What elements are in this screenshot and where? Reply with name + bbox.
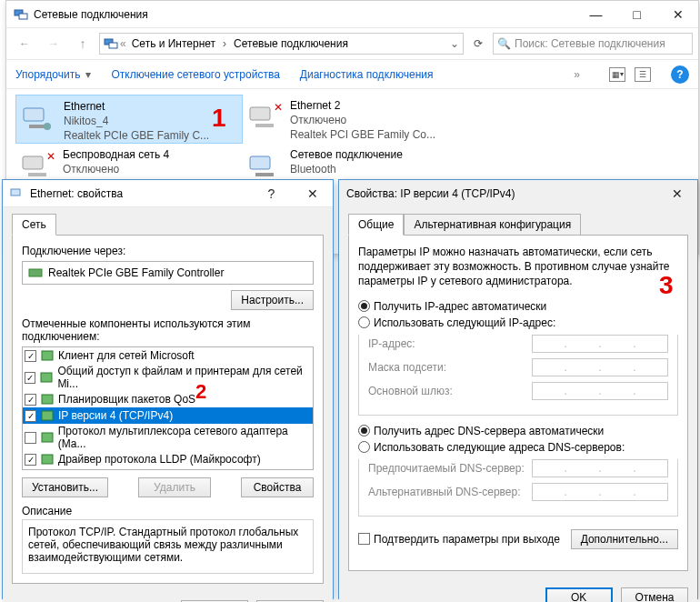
tab-general[interactable]: Общие xyxy=(348,214,404,236)
explorer-titlebar: Сетевые подключения — □ ✕ xyxy=(6,1,698,28)
ethernet-icon: ✕ xyxy=(246,98,283,135)
svg-rect-7 xyxy=(250,107,270,120)
component-label: Протокол мультиплексора сетевого адаптер… xyxy=(58,425,311,450)
checkbox-icon[interactable] xyxy=(25,432,36,444)
list-item[interactable]: Клиент для сетей Microsoft xyxy=(23,347,313,364)
chevron-right-icon xyxy=(221,37,228,50)
svg-rect-19 xyxy=(42,395,53,404)
up-button[interactable]: ↑ xyxy=(70,31,95,56)
component-label: Планировщик пакетов QoS xyxy=(58,393,195,406)
radio-icon xyxy=(358,316,370,328)
tab-alternative[interactable]: Альтернативная конфигурация xyxy=(404,214,581,236)
view-large-icon[interactable]: ▦▾ xyxy=(609,67,625,82)
refresh-button[interactable]: ⟳ xyxy=(467,34,489,54)
radio-ip-auto[interactable]: Получить IP-адрес автоматически xyxy=(358,300,678,313)
maximize-button[interactable]: □ xyxy=(616,1,657,28)
radio-icon xyxy=(358,300,370,312)
bluetooth-icon xyxy=(246,147,283,184)
advanced-button[interactable]: Дополнительно... xyxy=(571,529,678,549)
close-button[interactable]: ✕ xyxy=(656,180,697,207)
connection-item-ethernet[interactable]: Ethernet Nikitos_4 Realtek PCIe GBE Fami… xyxy=(15,95,243,144)
component-label: IP версии 6 (TCP/IPv6) xyxy=(58,469,173,470)
list-item[interactable]: Протокол мультиплексора сетевого адаптер… xyxy=(23,424,313,451)
breadcrumb[interactable]: Сеть и Интернет xyxy=(128,35,219,52)
svg-rect-20 xyxy=(42,411,53,420)
ipv4-properties-dialog: Свойства: IP версии 4 (TCP/IPv4) ✕ Общие… xyxy=(338,179,698,599)
eprops-title: Ethernet: свойства xyxy=(30,187,251,200)
checkbox-icon[interactable] xyxy=(25,454,36,466)
component-icon xyxy=(40,430,55,445)
gateway-field: ... xyxy=(532,382,668,400)
wifi-icon: ✕ xyxy=(19,147,55,184)
ipv4-titlebar: Свойства: IP версии 4 (TCP/IPv4) ✕ xyxy=(339,180,697,207)
breadcrumb[interactable]: Сетевые подключения xyxy=(230,35,352,52)
list-item[interactable]: IP версии 6 (TCP/IPv6) xyxy=(23,467,313,470)
svg-text:✕: ✕ xyxy=(46,150,55,163)
help-button[interactable]: ? xyxy=(671,65,689,84)
chevron-down-icon[interactable]: ⌄ xyxy=(450,37,459,50)
components-listbox[interactable]: Клиент для сетей MicrosoftОбщий доступ к… xyxy=(22,346,314,470)
svg-rect-18 xyxy=(41,373,52,382)
network-icon xyxy=(104,36,118,51)
close-button[interactable]: ✕ xyxy=(657,1,698,28)
checkbox-icon[interactable] xyxy=(25,372,35,384)
svg-rect-22 xyxy=(42,455,53,464)
validate-checkbox[interactable]: Подтвердить параметры при выходе xyxy=(358,533,560,546)
svg-rect-8 xyxy=(255,124,274,127)
help-button[interactable]: ? xyxy=(251,180,292,207)
address-bar[interactable]: « Сеть и Интернет Сетевые подключения ⌄ xyxy=(99,33,464,55)
radio-dns-auto[interactable]: Получить адрес DNS-сервера автоматически xyxy=(358,425,678,437)
list-item[interactable]: Общий доступ к файлам и принтерам для се… xyxy=(23,364,313,391)
checkbox-icon[interactable] xyxy=(25,394,36,406)
checkbox-icon[interactable] xyxy=(25,410,36,422)
disable-device-button[interactable]: Отключение сетевого устройства xyxy=(111,68,279,81)
description-label: Описание xyxy=(22,505,314,517)
properties-button[interactable]: Свойства xyxy=(241,477,314,497)
search-icon: 🔍 xyxy=(497,37,511,50)
svg-rect-21 xyxy=(42,433,53,442)
checkbox-icon[interactable] xyxy=(25,350,36,362)
back-button[interactable]: ← xyxy=(12,31,37,56)
component-icon xyxy=(40,348,55,363)
connection-item-ethernet2[interactable]: ✕ Ethernet 2 Отключено Realtek PCI GBE F… xyxy=(243,95,470,144)
component-icon xyxy=(40,408,55,423)
list-item[interactable]: Планировщик пакетов QoS xyxy=(23,391,313,407)
tab-network[interactable]: Сеть xyxy=(12,214,56,236)
component-label: Клиент для сетей Microsoft xyxy=(58,349,195,362)
explorer-navbar: ← → ↑ « Сеть и Интернет Сетевые подключе… xyxy=(6,28,698,60)
chevron-right-icon: » xyxy=(574,68,580,81)
radio-icon xyxy=(358,425,370,436)
ipv4-intro: Параметры IP можно назначать автоматичес… xyxy=(358,245,678,289)
radio-dns-manual[interactable]: Использовать следующие адреса DNS-сервер… xyxy=(358,441,678,454)
component-label: Драйвер протокола LLDP (Майкрософт) xyxy=(58,453,261,466)
ok-button[interactable]: OK xyxy=(545,587,613,602)
configure-button[interactable]: Настроить... xyxy=(231,290,314,310)
adapter-field[interactable]: Realtek PCIe GBE Family Controller xyxy=(22,261,314,285)
search-input[interactable]: 🔍 Поиск: Сетевые подключения xyxy=(493,33,693,55)
component-icon xyxy=(40,452,55,467)
list-item[interactable]: Драйвер протокола LLDP (Майкрософт) xyxy=(23,451,313,467)
nic-icon xyxy=(28,266,43,280)
view-details-icon[interactable]: ☰ xyxy=(635,67,651,82)
svg-rect-16 xyxy=(29,269,42,276)
list-item[interactable]: IP версии 4 (TCP/IPv4) xyxy=(23,407,313,424)
svg-point-6 xyxy=(44,123,51,130)
install-button[interactable]: Установить... xyxy=(22,477,108,497)
svg-rect-17 xyxy=(42,351,53,360)
explorer-title: Сетевые подключения xyxy=(34,8,575,21)
preferred-dns-field: ... xyxy=(532,459,668,477)
organize-menu[interactable]: Упорядочить xyxy=(15,68,80,81)
svg-rect-10 xyxy=(23,156,43,169)
cancel-button[interactable]: Отмена xyxy=(621,587,688,602)
radio-ip-manual[interactable]: Использовать следующий IP-адрес: xyxy=(358,316,678,329)
svg-text:✕: ✕ xyxy=(274,101,283,114)
diagnose-button[interactable]: Диагностика подключения xyxy=(300,68,434,81)
connect-using-label: Подключение через: xyxy=(22,245,314,257)
close-button[interactable]: ✕ xyxy=(292,180,333,207)
forward-button[interactable]: → xyxy=(41,31,66,56)
checkbox-icon[interactable] xyxy=(25,470,36,471)
minimize-button[interactable]: — xyxy=(575,1,616,28)
svg-rect-1 xyxy=(19,14,27,19)
eprops-titlebar: Ethernet: свойства ? ✕ xyxy=(3,180,333,207)
ethernet-properties-dialog: Ethernet: свойства ? ✕ Сеть Подключение … xyxy=(2,179,334,599)
